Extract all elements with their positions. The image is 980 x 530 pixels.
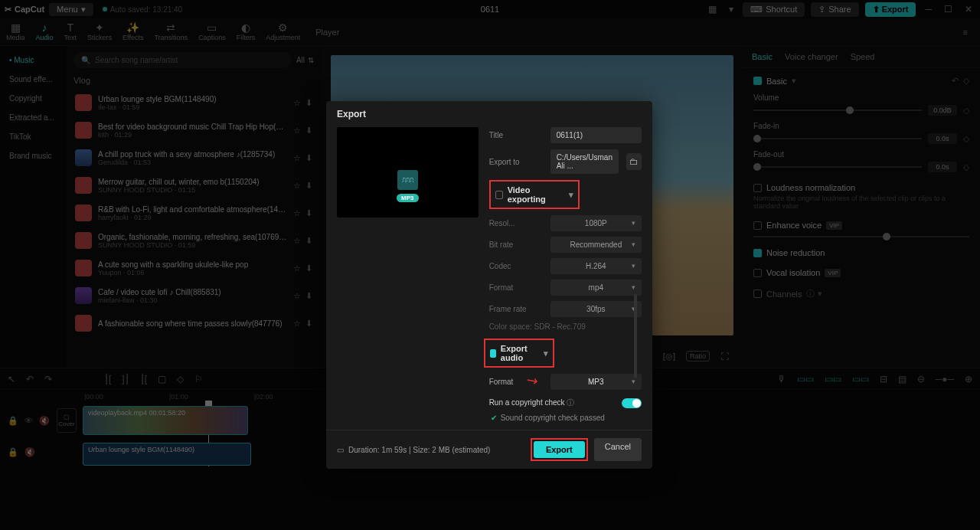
exportto-input[interactable]: C:/Users/Usman Ali ... [550, 149, 619, 174]
tool-icon[interactable]: ▭▭ [825, 374, 841, 384]
tab-basic[interactable]: Basic [752, 52, 773, 61]
enhance-checkbox[interactable] [753, 221, 762, 230]
zoom-in-icon[interactable]: ⊕ [965, 374, 972, 384]
audio-clip[interactable]: Urban lounge style BGM(1148490) [83, 443, 251, 466]
left-tab[interactable]: TikTok [0, 127, 66, 146]
fadeout-slider[interactable] [753, 166, 922, 168]
hamburger-icon[interactable]: ≡ [963, 28, 974, 37]
split-left-icon[interactable]: ]⎮ [122, 374, 129, 384]
fadein-slider[interactable] [753, 138, 922, 139]
ribbon-text[interactable]: TText [64, 22, 77, 41]
download-icon[interactable]: ⬇ [305, 291, 312, 301]
download-icon[interactable]: ⬇ [305, 181, 312, 191]
favorite-icon[interactable]: ☆ [293, 153, 301, 163]
track-item[interactable]: R&B with Lo-Fi, light and comfortable at… [74, 201, 314, 224]
reset-icon[interactable]: ◇ [963, 106, 969, 116]
ribbon-media[interactable]: ▦Media [6, 22, 25, 41]
download-icon[interactable]: ⬇ [305, 319, 312, 329]
cover-button[interactable]: ▢Cover [57, 408, 77, 433]
favorite-icon[interactable]: ☆ [293, 291, 301, 301]
download-icon[interactable]: ⬇ [305, 208, 312, 218]
favorite-icon[interactable]: ☆ [293, 98, 301, 108]
download-icon[interactable]: ⬇ [305, 263, 312, 273]
maximize-icon[interactable]: ☐ [941, 4, 956, 15]
export-audio-toggle[interactable]: Export audio▾ [484, 339, 554, 368]
ratio-button[interactable]: Ratio [686, 351, 710, 362]
chevron-down-icon[interactable]: ▾ [726, 4, 737, 15]
tab-speed[interactable]: Speed [851, 52, 875, 61]
track-item[interactable]: A chill pop truck with a sexy atmosphere… [74, 146, 314, 169]
menu-button[interactable]: Menu▾ [49, 3, 93, 16]
left-tab[interactable]: Copyright [0, 89, 66, 108]
pointer-tool-icon[interactable]: ↖ [8, 374, 15, 384]
basic-checkbox[interactable] [753, 77, 762, 85]
folder-icon[interactable]: 🗀 [626, 153, 642, 170]
share-button[interactable]: ⇪Share [811, 2, 858, 17]
left-tab[interactable]: Sound effe... [0, 70, 66, 89]
track-item[interactable]: A cute song with a sparkling ukulele-lik… [74, 257, 314, 280]
download-icon[interactable]: ⬇ [305, 98, 312, 108]
loudness-checkbox[interactable] [753, 184, 762, 192]
layout-icon[interactable]: ▦ [705, 4, 720, 15]
favorite-icon[interactable]: ☆ [293, 181, 301, 191]
reset-icon[interactable]: ◇ [963, 134, 969, 144]
ribbon-effects[interactable]: ✨Effects [122, 22, 143, 41]
track-item[interactable]: Cafe / video cute lofi ♪ Chill(885831)mi… [74, 284, 314, 307]
mute-icon[interactable]: 🔇 [39, 416, 50, 426]
delete-icon[interactable]: ▢ [158, 374, 166, 384]
undo-icon[interactable]: ↶ [952, 76, 959, 86]
title-input[interactable]: 0611(1) [550, 127, 642, 143]
video-exporting-toggle[interactable]: Video exporting▾ [489, 180, 580, 209]
track-item[interactable]: Merrow guitar, chill out, winter, emo b(… [74, 174, 314, 197]
ribbon-captions[interactable]: ▭Captions [198, 22, 226, 41]
ribbon-adjustment[interactable]: ⚙Adjustment [266, 22, 300, 41]
tool-icon[interactable]: ⊟ [880, 374, 887, 384]
left-tab[interactable]: • Music [0, 51, 66, 70]
favorite-icon[interactable]: ☆ [293, 319, 301, 329]
redo-icon[interactable]: ↷ [44, 374, 52, 384]
copyright-toggle[interactable] [622, 398, 642, 408]
eye-icon[interactable]: 👁 [24, 416, 33, 425]
ribbon-audio[interactable]: ♪Audio [36, 22, 54, 41]
mic-icon[interactable]: 🎙 [777, 374, 786, 384]
fullscreen-icon[interactable]: ⛶ [717, 350, 732, 362]
reset-icon[interactable]: ◇ [963, 162, 969, 172]
cancel-button[interactable]: Cancel [594, 438, 642, 461]
favorite-icon[interactable]: ☆ [293, 208, 301, 218]
export-confirm-button[interactable]: Export [534, 441, 585, 458]
tool-icon[interactable]: ▭▭ [852, 374, 869, 384]
close-icon[interactable]: ✕ [962, 4, 975, 15]
track-item[interactable]: Best for video background music Chill Tr… [74, 119, 314, 142]
export-button-top[interactable]: ⬆ Export [865, 2, 916, 17]
ribbon-stickers[interactable]: ✦Stickers [87, 22, 112, 41]
volume-slider[interactable] [753, 110, 922, 111]
vocal-checkbox[interactable] [753, 269, 762, 277]
tab-voice-changer[interactable]: Voice changer [785, 52, 838, 61]
proxy-icon[interactable]: [◎] [660, 350, 678, 363]
video-checkbox[interactable] [495, 191, 503, 199]
split-right-icon[interactable]: ⎮[ [140, 374, 147, 384]
aformat-select[interactable]: MP3▾ [550, 374, 642, 390]
zoom-out-icon[interactable]: ⊖ [917, 374, 925, 384]
left-tab[interactable]: Extracted a... [0, 108, 66, 127]
lock-icon[interactable]: 🔒 [8, 416, 18, 426]
reset-icon[interactable]: ◇ [963, 76, 969, 86]
minimize-icon[interactable]: ─ [922, 4, 935, 15]
track-item[interactable]: Urban lounge style BGM(1148490)Ile-Iax ·… [74, 91, 314, 114]
ribbon-filters[interactable]: ◐Filters [237, 22, 256, 41]
split-icon[interactable]: ⎮[ [104, 374, 111, 384]
shortcut-button[interactable]: ⌨Shortcut [743, 2, 805, 17]
enhance-slider[interactable] [753, 236, 969, 237]
lock-icon[interactable]: 🔒 [8, 447, 18, 457]
audio-checkbox[interactable] [490, 349, 496, 358]
volume-value[interactable]: 0.0dB [928, 105, 957, 116]
video-clip[interactable]: videoplayback.mp4 00:01:58:20 [83, 406, 248, 435]
tool-icon[interactable]: ▭▭ [797, 374, 814, 384]
track-item[interactable]: A fashionable song where time passes slo… [74, 312, 314, 335]
all-filter[interactable]: All⇅ [296, 56, 314, 64]
search-input[interactable]: 🔍Search song name/artist [74, 52, 292, 68]
scrollbar[interactable] [634, 294, 637, 378]
favorite-icon[interactable]: ☆ [293, 236, 301, 246]
undo-icon[interactable]: ↶ [26, 374, 34, 384]
noise-checkbox[interactable] [753, 249, 762, 257]
